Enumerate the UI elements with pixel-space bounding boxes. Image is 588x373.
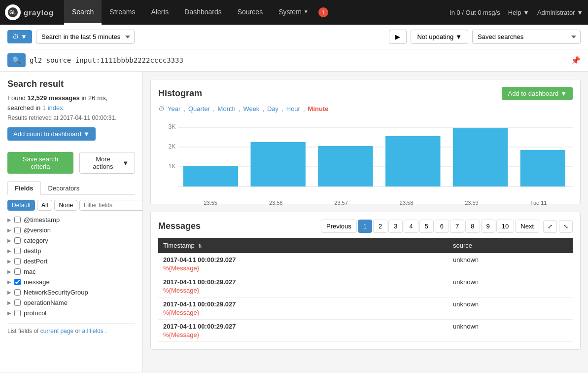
table-row: 2017-04-11 00:00:29.027 %{Message} unkno… — [158, 320, 573, 342]
message-link[interactable]: %{Message} — [163, 309, 443, 316]
period-day[interactable]: Day — [267, 105, 278, 112]
more-actions-button[interactable]: More actions ▼ — [79, 152, 135, 174]
nav-item-streams[interactable]: Streams — [102, 0, 143, 25]
time-range-select[interactable]: Search in the last 5 minutes — [36, 30, 135, 44]
tab-decorators[interactable]: Decorators — [41, 181, 87, 195]
add-to-dashboard-histogram-button[interactable]: Add to dashboard ▼ — [502, 87, 573, 100]
sort-icon[interactable]: ⇅ — [198, 243, 202, 249]
alerts-badge[interactable]: 1 — [318, 7, 328, 17]
play-button[interactable]: ▶ — [389, 30, 407, 44]
message-timestamp[interactable]: 2017-04-11 00:00:29.027 — [163, 278, 236, 286]
query-input[interactable] — [30, 56, 567, 64]
field-expand-arrow[interactable]: ▶ — [7, 290, 11, 295]
chart-label: 23:59 — [465, 200, 479, 206]
field-expand-arrow[interactable]: ▶ — [7, 300, 11, 305]
field-name: message — [24, 278, 135, 286]
compress-button[interactable]: ⤡ — [559, 220, 573, 233]
field-checkbox[interactable] — [14, 289, 21, 296]
pagination-next[interactable]: Next — [515, 220, 539, 233]
period-quarter[interactable]: Quarter — [188, 105, 210, 112]
nav-item-system[interactable]: System ▼ — [271, 0, 316, 25]
field-expand-arrow[interactable]: ▶ — [7, 279, 11, 285]
field-name: category — [24, 237, 135, 244]
field-checkbox[interactable] — [14, 217, 21, 223]
add-to-dashboard-button[interactable]: Add count to dashboard ▼ — [7, 127, 96, 141]
pagination-page-10[interactable]: 10 — [496, 220, 514, 233]
nav-item-search[interactable]: Search — [64, 0, 102, 25]
field-checkbox[interactable] — [14, 268, 21, 275]
period-year[interactable]: Year — [168, 105, 180, 112]
field-checkbox[interactable] — [14, 227, 21, 233]
query-search-button[interactable]: 🔍 — [7, 53, 26, 67]
saved-searches-select[interactable]: Saved searches — [472, 30, 581, 44]
all-fields-link[interactable]: all fields — [82, 328, 103, 335]
expand-button[interactable]: ⤢ — [543, 220, 557, 233]
period-week[interactable]: Week — [243, 105, 259, 112]
field-expand-arrow[interactable]: ▶ — [7, 238, 11, 243]
period-hour[interactable]: Hour — [286, 105, 300, 112]
filter-fields-input[interactable] — [79, 200, 143, 211]
histogram-svg: 3K 2K 1K — [158, 117, 573, 196]
field-checkbox[interactable] — [14, 310, 21, 316]
pagination-page-7[interactable]: 7 — [450, 220, 464, 233]
message-timestamp[interactable]: 2017-04-11 00:00:29.027 — [163, 323, 236, 330]
admin-menu[interactable]: Administrator ▼ — [537, 9, 583, 16]
svg-text:1K: 1K — [169, 163, 176, 170]
pagination-page-2[interactable]: 2 — [373, 220, 387, 233]
message-link[interactable]: %{Message} — [163, 331, 443, 338]
index-link[interactable]: 1 index. — [42, 104, 65, 112]
nav-item-dashboards[interactable]: Dashboards — [176, 0, 230, 25]
field-expand-arrow[interactable]: ▶ — [7, 227, 11, 233]
message-timestamp[interactable]: 2017-04-11 00:00:29.027 — [163, 300, 236, 308]
expand-icons: ⤢ ⤡ — [543, 220, 573, 233]
field-checkbox[interactable] — [14, 279, 21, 285]
field-expand-arrow[interactable]: ▶ — [7, 217, 11, 223]
field-checkbox[interactable] — [14, 237, 21, 244]
svg-rect-10 — [250, 142, 305, 186]
current-page-link[interactable]: current page — [40, 328, 73, 335]
field-checkbox[interactable] — [14, 248, 21, 254]
pagination-page-8[interactable]: 8 — [465, 220, 480, 233]
help-menu[interactable]: Help ▼ — [508, 9, 529, 16]
field-checkbox[interactable] — [14, 299, 21, 306]
message-timestamp[interactable]: 2017-04-11 00:00:29.027 — [163, 256, 236, 263]
message-link[interactable]: %{Message} — [163, 264, 443, 272]
filter-none-button[interactable]: None — [54, 200, 77, 211]
more-actions-arrow: ▼ — [122, 159, 129, 167]
field-expand-arrow[interactable]: ▶ — [7, 248, 11, 254]
pagination-page-6[interactable]: 6 — [435, 220, 449, 233]
pagination-page-3[interactable]: 3 — [388, 220, 403, 233]
table-row: 2017-04-11 00:00:29.027 %{Message} unkno… — [158, 298, 573, 320]
period-month[interactable]: Month — [218, 105, 236, 112]
tab-fields[interactable]: Fields — [7, 181, 41, 195]
nav-item-alerts[interactable]: Alerts — [143, 0, 176, 25]
list-item: ▶ message — [7, 277, 135, 287]
not-updating-button[interactable]: Not updating ▼ — [411, 30, 468, 44]
pin-icon[interactable]: 📌 — [571, 56, 581, 65]
filter-default-button[interactable]: Default — [7, 200, 35, 211]
list-item: ▶ NetworkSecurityGroup — [7, 287, 135, 298]
nav-item-sources[interactable]: Sources — [230, 0, 271, 25]
main-layout: Search result Found 12,529 messages in 2… — [0, 72, 588, 372]
search-icon: 🔍 — [12, 56, 21, 64]
pagination-page-4[interactable]: 4 — [404, 220, 418, 233]
messages-header: Messages Previous12345678910Next ⤢ ⤡ — [158, 220, 573, 233]
field-checkbox[interactable] — [14, 258, 21, 264]
field-expand-arrow[interactable]: ▶ — [7, 269, 11, 274]
period-minute[interactable]: Minute — [308, 105, 329, 112]
pagination-previous[interactable]: Previous — [321, 220, 357, 233]
pagination-page-5[interactable]: 5 — [419, 220, 434, 233]
logo[interactable]: GL graylog — [5, 2, 59, 22]
main-content: Histogram Add to dashboard ▼ ⏱ Year, Qua… — [143, 72, 588, 372]
filter-all-button[interactable]: All — [37, 200, 52, 211]
nav-items: Search Streams Alerts Dashboards Sources… — [64, 0, 328, 25]
save-search-criteria-button[interactable]: Save search criteria — [7, 152, 73, 174]
pagination-page-1[interactable]: 1 — [358, 220, 372, 233]
field-expand-arrow[interactable]: ▶ — [7, 310, 11, 316]
time-range-button[interactable]: ⏱ ▼ — [7, 30, 32, 43]
pagination-page-9[interactable]: 9 — [481, 220, 495, 233]
field-expand-arrow[interactable]: ▶ — [7, 259, 11, 264]
filter-buttons: Default All None — [7, 200, 135, 211]
message-source-cell: unknown — [448, 320, 573, 342]
message-link[interactable]: %{Message} — [163, 287, 443, 294]
